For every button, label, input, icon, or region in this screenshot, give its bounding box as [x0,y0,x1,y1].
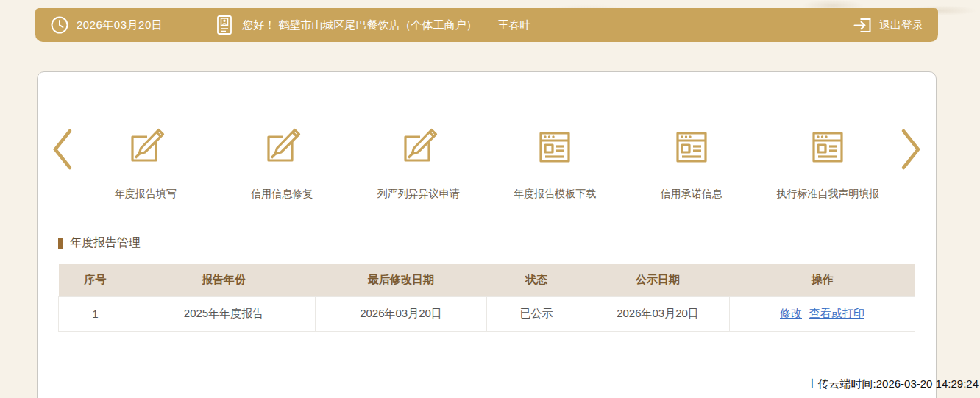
table-header-row: 序号报告年份最后修改日期状态公示日期操作 [59,264,915,296]
edit-icon [398,127,439,168]
username-text: 王春叶 [497,18,530,32]
logout-label: 退出登录 [879,18,923,32]
action-link-0[interactable]: 修改 [780,307,802,319]
chevron-right-icon [900,128,923,174]
table-header-cell: 最后修改日期 [316,264,487,296]
table-row: 12025年年度报告2026年03月20日已公示2026年03月20日修改查看或… [59,296,915,331]
menu-item-1[interactable]: 信用信息修复 [214,118,351,201]
menu-item-label: 列严列异异议申请 [350,188,487,201]
table-cell-year: 2025年年度报告 [132,296,316,331]
menu-item-5[interactable]: 执行标准自我声明填报 [760,118,897,201]
menu-item-label: 信用承诺信息 [623,188,760,201]
greeting-text: 您好！ 鹤壁市山城区尾巴餐饮店（个体工商户） [242,18,477,32]
table-cell-status: 已公示 [487,296,586,331]
main-panel: 年度报告填写 信用信息修复 列严列异异议申请 年度报告模板下载 [37,71,937,398]
table-header-cell: 序号 [59,264,132,296]
feature-carousel: 年度报告填写 信用信息修复 列严列异异议申请 年度报告模板下载 [46,118,927,201]
menu-item-label: 信用信息修复 [214,188,351,201]
table-cell-actions: 修改查看或打印 [730,296,915,331]
carousel-prev-button[interactable] [46,128,77,174]
chevron-left-icon [50,128,74,174]
section-header: 年度报告管理 [58,235,141,251]
current-date: 2026年03月20日 [77,18,163,32]
table-header-cell: 操作 [730,264,915,296]
logout-button[interactable]: 退出登录 [853,16,923,35]
upload-timestamp: 上传云端时间:2026-03-20 14:29:24 [807,377,979,391]
menu-item-0[interactable]: 年度报告填写 [77,118,214,201]
section-bullet-icon [58,238,63,249]
table-header-cell: 公示日期 [586,264,730,296]
menu-item-label: 年度报告模板下载 [487,188,624,201]
id-badge-icon [216,15,233,35]
top-bar: 2026年03月20日 您好！ 鹤壁市山城区尾巴餐饮店（个体工商户） 王春叶 退… [35,8,938,42]
edit-icon [125,127,166,168]
edit-icon [261,127,302,168]
table-body: 12025年年度报告2026年03月20日已公示2026年03月20日修改查看或… [59,296,915,331]
logout-icon [853,16,873,35]
menu-item-4[interactable]: 信用承诺信息 [623,118,760,201]
browser-icon [671,127,712,168]
table-cell-modified: 2026年03月20日 [316,296,487,331]
browser-icon [534,127,575,168]
table-header-cell: 报告年份 [132,264,316,296]
annual-report-table: 序号报告年份最后修改日期状态公示日期操作 12025年年度报告2026年03月2… [58,264,915,332]
carousel-next-button[interactable] [896,128,927,174]
clock-icon [50,15,69,35]
menu-item-label: 执行标准自我声明填报 [760,188,897,201]
action-link-1[interactable]: 查看或打印 [809,307,864,319]
menu-item-2[interactable]: 列严列异异议申请 [350,118,487,201]
date-group: 2026年03月20日 [50,15,163,35]
menu-item-3[interactable]: 年度报告模板下载 [487,118,624,201]
browser-icon [807,127,848,168]
table-cell-seq: 1 [59,296,132,331]
section-title-text: 年度报告管理 [70,235,141,251]
table-header-cell: 状态 [487,264,586,296]
table-cell-publish: 2026年03月20日 [586,296,730,331]
menu-item-label: 年度报告填写 [77,188,214,201]
